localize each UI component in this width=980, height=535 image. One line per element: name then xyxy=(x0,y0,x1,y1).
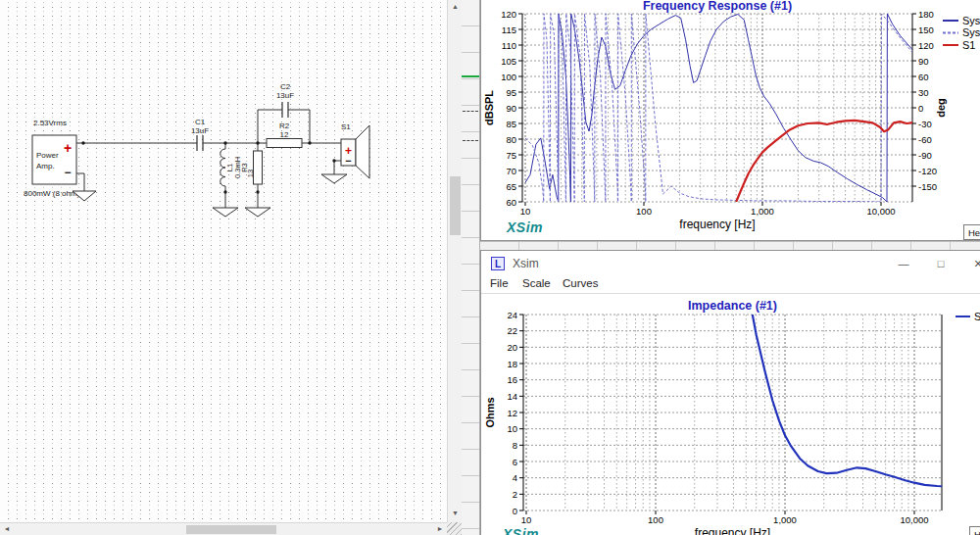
capacitor-c1[interactable]: C1 13uF xyxy=(191,118,209,151)
r3-value: 13 xyxy=(246,170,255,177)
y-tick-label: 60 xyxy=(506,197,516,208)
y-tick-label: 85 xyxy=(506,119,516,129)
schematic-canvas[interactable]: 2.53Vrms Power Amp. + − 800mW (8 ohm) C1… xyxy=(0,0,447,522)
horizontal-scroll-thumb[interactable] xyxy=(186,525,276,534)
scroll-right-button[interactable]: ► xyxy=(433,523,447,535)
c1-name: C1 xyxy=(195,118,206,126)
y-tick-label: 0 xyxy=(513,506,517,516)
s1-name: S1 xyxy=(341,122,351,131)
y-tick-label: 6 xyxy=(513,457,517,467)
scroll-down-button[interactable]: ▼ xyxy=(448,507,463,520)
junction-dots xyxy=(81,141,335,193)
schematic-drawing: 2.53Vrms Power Amp. + − 800mW (8 ohm) C1… xyxy=(0,0,447,522)
minimize-button[interactable]: — xyxy=(893,255,914,272)
s1-minus-terminal: − xyxy=(345,155,351,167)
scroll-up-button[interactable]: ▲ xyxy=(448,0,463,14)
background-spreadsheet-column xyxy=(462,0,480,535)
menu-scale[interactable]: Scale xyxy=(522,277,551,289)
x-tick-label: 10,000 xyxy=(900,514,928,525)
y2-tick-label: -90 xyxy=(918,150,932,161)
resize-grip[interactable] xyxy=(447,522,462,535)
frequency-response-window: 6065707580859095100105110115120-150-120-… xyxy=(480,0,980,241)
legend-label: Sys xyxy=(962,15,980,26)
series-S1 xyxy=(736,121,914,202)
x-tick-label: 1,000 xyxy=(773,514,797,525)
menu-file[interactable]: File xyxy=(490,277,509,289)
source-voltage-label: 2.53Vrms xyxy=(33,119,67,127)
y-tick-label: 20 xyxy=(507,342,517,353)
menu-curves[interactable]: Curves xyxy=(563,277,598,289)
horizontal-scrollbar[interactable]: ◄ ► xyxy=(0,522,447,535)
y-tick-label: 110 xyxy=(502,40,516,51)
resistor-r3[interactable]: R3 13 xyxy=(240,151,263,184)
ground-symbols xyxy=(73,174,347,217)
x-tick-label: 10,000 xyxy=(866,206,895,217)
inductor-l1[interactable]: L1 0.3mH xyxy=(220,149,242,186)
y-tick-label: 95 xyxy=(506,87,516,98)
y2-tick-label: 30 xyxy=(918,87,929,98)
x-tick-label: 100 xyxy=(636,206,652,217)
y-axis-title: dBSPL xyxy=(483,90,495,125)
help-button[interactable]: Help xyxy=(963,224,980,240)
y-tick-label: 8 xyxy=(513,440,517,451)
y-tick-label: 75 xyxy=(506,150,516,161)
y-tick-label: 22 xyxy=(507,325,517,336)
y-tick-label: 80 xyxy=(506,134,516,145)
capacitor-c2[interactable]: C2 13uF xyxy=(276,82,294,118)
scroll-left-button[interactable]: ◄ xyxy=(0,523,14,535)
resistor-r2[interactable]: R2 12 xyxy=(267,122,302,148)
y-tick-label: 65 xyxy=(506,181,516,192)
vertical-scrollbar[interactable]: ▲ ▼ xyxy=(447,0,462,522)
series-system-impedance xyxy=(746,307,944,487)
y2-axis-title: deg xyxy=(935,98,947,118)
power-amp[interactable]: 2.53Vrms Power Amp. + − 800mW (8 ohm) xyxy=(24,119,80,198)
xsim-logo: XSim xyxy=(503,526,539,535)
y-tick-label: 70 xyxy=(506,166,516,176)
source-name-line1: Power xyxy=(36,151,59,160)
maximize-button[interactable]: □ xyxy=(930,255,952,272)
y-tick-label: 18 xyxy=(507,359,517,369)
x-tick-label: 10 xyxy=(520,206,531,217)
y2-tick-label: 90 xyxy=(918,56,929,67)
y-tick-label: 4 xyxy=(513,472,517,483)
spreadsheet-green-line xyxy=(462,75,479,77)
y2-tick-label: -30 xyxy=(918,119,932,129)
close-button[interactable]: ✕ xyxy=(967,255,980,272)
y-tick-label: 14 xyxy=(507,391,517,402)
y-axis-title: Ohms xyxy=(484,397,496,427)
vertical-scroll-thumb[interactable] xyxy=(450,176,461,235)
schematic-window: 2.53Vrms Power Amp. + − 800mW (8 ohm) C1… xyxy=(0,0,462,535)
chart-title: Impedance (#1) xyxy=(688,299,777,313)
x-axis-title: frequency [Hz] xyxy=(679,218,755,231)
y2-tick-label: 0 xyxy=(918,103,923,114)
r2-name: R2 xyxy=(279,122,290,130)
y2-tick-label: 120 xyxy=(918,40,934,51)
title-bar[interactable]: L Xsim — □ ✕ xyxy=(481,251,980,276)
xsim-logo: XSim xyxy=(507,219,543,235)
x-tick-label: 1,000 xyxy=(751,206,774,217)
spreadsheet-dash-line xyxy=(463,111,478,112)
help-button[interactable]: Help xyxy=(969,526,980,535)
desktop: 2.53Vrms Power Amp. + − 800mW (8 ohm) C1… xyxy=(0,0,980,535)
y2-tick-label: -150 xyxy=(918,181,937,192)
y-tick-label: 115 xyxy=(502,24,516,35)
window-title: Xsim xyxy=(513,257,539,270)
xsim-app-icon: L xyxy=(491,257,505,270)
y-tick-label: 100 xyxy=(501,72,516,82)
r2-value: 12 xyxy=(280,130,289,139)
legend-label: S1 xyxy=(962,39,975,51)
y2-tick-label: 150 xyxy=(918,24,934,35)
x-tick-label: 100 xyxy=(648,514,663,525)
legend-label: Sy xyxy=(974,311,980,322)
y2-tick-label: -60 xyxy=(918,134,932,145)
y-tick-label: 24 xyxy=(507,310,517,320)
source-name-line2: Amp. xyxy=(36,162,55,170)
y-tick-label: 12 xyxy=(507,408,517,418)
frequency-response-chart: 6065707580859095100105110115120-150-120-… xyxy=(481,0,980,241)
c1-value: 13uF xyxy=(191,126,209,135)
series-sys-phase-solid xyxy=(525,14,914,202)
legend-label: Sys xyxy=(962,26,980,38)
speaker-s1[interactable]: S1 + − xyxy=(341,122,369,178)
y-tick-label: 16 xyxy=(507,374,517,385)
background-spreadsheet-row xyxy=(480,241,980,250)
